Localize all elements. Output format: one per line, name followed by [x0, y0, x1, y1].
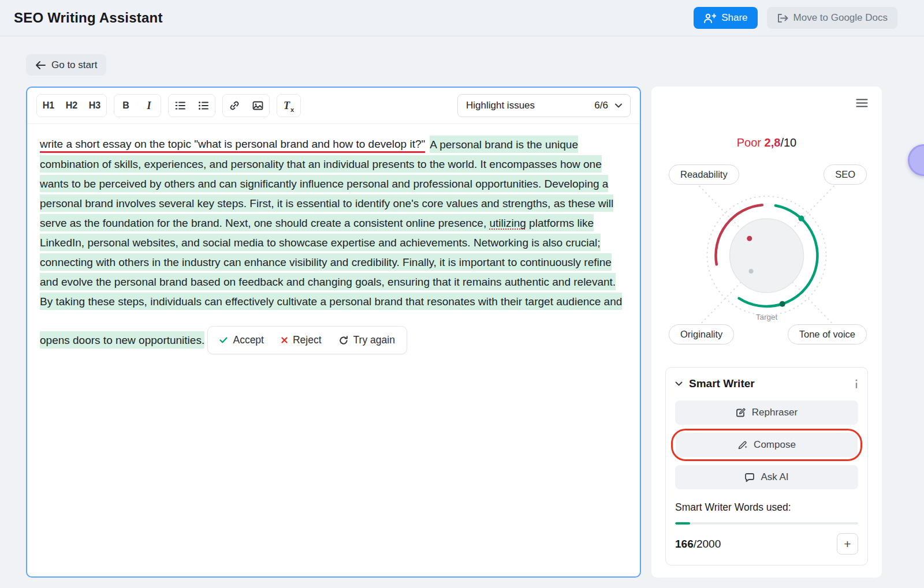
- readability-score-dot: [747, 236, 752, 241]
- heading1-button[interactable]: H1: [37, 95, 60, 117]
- image-button[interactable]: [246, 95, 269, 117]
- sidebar-top-bar: [665, 87, 868, 119]
- arrow-left-icon: [35, 61, 46, 69]
- image-icon: [252, 101, 263, 110]
- heading2-button[interactable]: H2: [60, 95, 83, 117]
- words-used-row: 166/2000 +: [675, 533, 858, 555]
- app-header: SEO Writing Assistant Share Move to Goog…: [0, 0, 924, 36]
- words-used-progress-fill: [675, 522, 690, 525]
- go-to-start-button[interactable]: Go to start: [26, 54, 106, 76]
- compose-button[interactable]: Compose: [676, 433, 858, 457]
- editor-panel: H1 H2 H3 B I: [26, 87, 641, 578]
- add-words-button[interactable]: +: [837, 533, 858, 555]
- originality-score-dot: [749, 269, 754, 274]
- bullet-list-icon: [198, 101, 208, 110]
- reject-button[interactable]: Reject: [281, 334, 322, 346]
- italic-button[interactable]: I: [137, 95, 161, 117]
- move-to-google-docs-button[interactable]: Move to Google Docs: [767, 7, 897, 29]
- smart-writer-buttons: Rephraser Compose Ask AI: [675, 400, 858, 489]
- score-label: Poor: [737, 136, 761, 149]
- go-to-start-label: Go to start: [51, 59, 97, 71]
- link-icon: [229, 100, 240, 111]
- accept-label: Accept: [233, 334, 264, 346]
- issues-count: 6/6: [594, 100, 608, 111]
- flagged-word[interactable]: utilizing: [489, 214, 526, 231]
- gauge-chart: Target: [665, 164, 868, 344]
- info-icon[interactable]: [855, 379, 858, 388]
- target-label: Target: [756, 313, 778, 321]
- tone-of-voice-pill[interactable]: Tone of voice: [788, 324, 867, 344]
- ai-suggestion-action-bar: Accept Reject Try again: [207, 326, 407, 354]
- chevron-down-icon: [615, 103, 622, 108]
- score-max: /10: [780, 136, 796, 149]
- rephraser-icon: [736, 407, 746, 418]
- tone-score-dot: [780, 301, 785, 307]
- clear-formatting-button[interactable]: Tx: [277, 95, 300, 117]
- words-total-value: /2000: [694, 538, 721, 550]
- compose-icon: [737, 440, 748, 450]
- seo-pill[interactable]: SEO: [824, 164, 867, 185]
- seo-score-dot: [799, 216, 804, 222]
- chevron-down-icon: [675, 381, 683, 386]
- ask-ai-label: Ask AI: [761, 471, 788, 483]
- heading-group: H1 H2 H3: [36, 94, 107, 117]
- list-group: [168, 94, 215, 117]
- editor-toolbar: H1 H2 H3 B I: [27, 88, 640, 124]
- editor-text-area[interactable]: write a short essay on the topic "what i…: [27, 124, 640, 354]
- prompt-text: write a short essay on the topic "what i…: [40, 138, 425, 150]
- person-plus-icon: [703, 13, 716, 23]
- refresh-icon: [339, 336, 348, 345]
- share-label: Share: [721, 12, 747, 24]
- header-actions: Share Move to Google Docs: [694, 7, 897, 29]
- page-title: SEO Writing Assistant: [14, 10, 163, 26]
- chat-bubble-icon: [744, 473, 755, 482]
- compose-label: Compose: [754, 439, 796, 451]
- clear-format-group: Tx: [277, 94, 301, 117]
- highlight-issues-dropdown[interactable]: Highlight issues 6/6: [457, 94, 631, 117]
- highlight-issues-label: Highlight issues: [466, 100, 594, 111]
- check-icon: [219, 337, 228, 343]
- heading3-button[interactable]: H3: [83, 95, 106, 117]
- reject-label: Reject: [293, 334, 322, 346]
- content-row: H1 H2 H3 B I: [26, 87, 924, 578]
- hamburger-menu-icon[interactable]: [856, 99, 868, 107]
- overall-score: Poor 2,8/10: [665, 136, 868, 149]
- smart-writer-card: Smart Writer Rephraser: [665, 367, 868, 565]
- readability-pill[interactable]: Readability: [669, 164, 739, 185]
- link-button[interactable]: [223, 95, 246, 117]
- rephraser-label: Rephraser: [752, 407, 798, 418]
- clear-formatting-icon: T: [284, 100, 290, 112]
- words-used-progressbar: [675, 522, 858, 525]
- share-button[interactable]: Share: [694, 7, 757, 29]
- words-used-value: 166: [675, 538, 694, 550]
- originality-pill[interactable]: Originality: [669, 324, 734, 344]
- bold-button[interactable]: B: [114, 95, 137, 117]
- accept-button[interactable]: Accept: [219, 334, 264, 346]
- score-value: 2,8: [765, 136, 781, 149]
- rephraser-button[interactable]: Rephraser: [675, 400, 858, 425]
- try-again-label: Try again: [353, 334, 395, 346]
- move-to-google-docs-label: Move to Google Docs: [793, 12, 888, 24]
- smart-writer-header[interactable]: Smart Writer: [675, 377, 858, 390]
- text-style-group: B I: [114, 94, 161, 117]
- ordered-list-icon: [175, 101, 185, 110]
- smart-writer-title: Smart Writer: [689, 377, 848, 390]
- try-again-button[interactable]: Try again: [339, 334, 395, 346]
- ordered-list-button[interactable]: [169, 95, 192, 117]
- compose-highlight-annotation: Compose: [671, 429, 862, 461]
- ask-ai-button[interactable]: Ask AI: [675, 465, 858, 489]
- export-icon: [777, 13, 788, 23]
- insert-group: [222, 94, 270, 117]
- score-sidebar: Poor 2,8/10 Target Readability SEO Origi…: [651, 87, 882, 578]
- score-gauge: Target Readability SEO Originality Tone …: [665, 164, 868, 344]
- words-count: 166/2000: [675, 538, 721, 550]
- x-icon: [281, 337, 288, 343]
- words-used-label: Smart Writer Words used:: [675, 501, 858, 514]
- bullet-list-button[interactable]: [192, 95, 215, 117]
